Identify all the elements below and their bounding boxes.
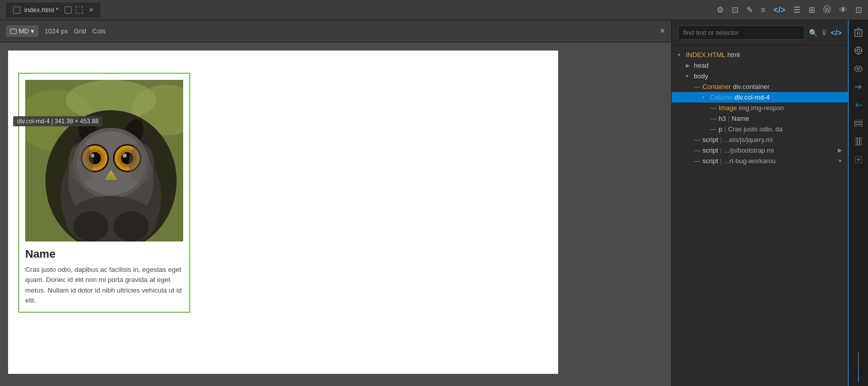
preview-panel: MD ▾ 1024 px Grid Cols × div.col-md-4 | …: [0, 20, 671, 386]
arrow-left-button[interactable]: [850, 97, 866, 113]
close-preview-button[interactable]: ×: [660, 26, 665, 36]
action-bar: [848, 20, 868, 386]
main-layout: MD ▾ 1024 px Grid Cols × div.col-md-4 | …: [0, 20, 868, 386]
pipe-script2: |: [720, 147, 722, 154]
pipe-script3: |: [720, 157, 722, 165]
dom-panel: 🔍 ⊽ </> ▾ INDEX.HTML html ▶ head ▾ bo: [671, 20, 848, 386]
tree-label-tag: html: [726, 51, 740, 59]
svg-point-43: [857, 68, 860, 70]
search-bar: 🔍 ⊽ </>: [672, 20, 848, 45]
tree-label-col-orange: Column: [710, 93, 733, 101]
grid-icon[interactable]: ⊡: [732, 5, 738, 15]
tree-arrow-col: ▾: [702, 94, 710, 100]
tab-layout-icon: [76, 7, 83, 14]
scrollbar-thumb: [858, 372, 859, 382]
tree-item-container[interactable]: — Container div.container: [672, 81, 848, 92]
code-view-icon[interactable]: </>: [774, 6, 785, 15]
viewport-label: MD: [19, 27, 29, 35]
canvas-area: div.col-md-4 | 341.38 × 453.88: [0, 42, 671, 386]
element-tooltip: div.col-md-4 | 341.38 × 453.88: [13, 116, 102, 126]
tab-close-button[interactable]: ×: [89, 6, 93, 15]
tree-label-col-tag: div.col-md-4: [733, 93, 770, 101]
tree-label-h3: h3: [719, 115, 726, 122]
dash-script3: —: [694, 157, 700, 165]
card-column[interactable]: Name Cras justo odio, dapibus ac facilis…: [18, 73, 190, 313]
svg-point-37: [855, 47, 862, 54]
preview-toolbar: MD ▾ 1024 px Grid Cols ×: [0, 20, 671, 42]
tree-label-script3-text: ...rt-bug-workarou: [724, 157, 776, 165]
tree-item-script2[interactable]: — script | .../js/bootstrap.mi ▶: [672, 145, 848, 156]
extend-icon[interactable]: ⊞: [808, 5, 815, 15]
tree-label-orange: INDEX.HTML: [686, 51, 726, 59]
title-bar: index.html * × ⚙ ⊡ ✎ ≡ </> ☰ ⊞ Ⓦ 👁 ⊡: [0, 0, 868, 20]
svg-rect-50: [857, 137, 859, 146]
tree-expand-script3[interactable]: ▾: [839, 158, 842, 164]
dash-script2: —: [694, 147, 700, 154]
svg-rect-46: [854, 120, 862, 122]
svg-point-38: [857, 49, 860, 52]
window-icon[interactable]: ⊡: [855, 5, 862, 15]
grid-rows-button[interactable]: [850, 115, 866, 131]
tree-item-html[interactable]: ▾ INDEX.HTML html: [672, 50, 848, 60]
search-input[interactable]: [678, 25, 805, 40]
layout2-icon[interactable]: ☰: [793, 5, 800, 15]
grid-link[interactable]: Grid: [74, 27, 86, 35]
dom-tree: ▾ INDEX.HTML html ▶ head ▾ body —: [672, 45, 848, 386]
tab-file-icon: [13, 7, 20, 14]
card-image: [25, 80, 183, 242]
tree-label-p: p: [719, 125, 722, 133]
tree-label-image-tag: img.img-respon: [737, 104, 784, 112]
tree-item-body[interactable]: ▾ body: [672, 71, 848, 81]
viewport-size-label: 1024 px: [44, 27, 68, 35]
tree-item-image[interactable]: — Image img.img-respon: [672, 103, 848, 113]
tree-item-head[interactable]: ▶ head: [672, 60, 848, 71]
settings-icon[interactable]: ⚙: [717, 5, 724, 15]
svg-point-27: [68, 143, 93, 183]
canvas-frame: div.col-md-4 | 341.38 × 453.88: [8, 51, 558, 374]
filter-icon[interactable]: ⊽: [822, 29, 827, 37]
tree-arrow-html: ▾: [678, 52, 686, 58]
tab-preview-icon: [65, 7, 72, 14]
tab-index-html[interactable]: index.html * ×: [6, 3, 100, 18]
delete-button[interactable]: [850, 24, 866, 40]
tree-label-container-orange: Container: [702, 83, 731, 90]
dash-script1: —: [694, 136, 700, 143]
tree-label-script2: script: [702, 147, 718, 154]
dash-container: —: [694, 83, 700, 90]
tree-item-h3[interactable]: — h3 | Name: [672, 113, 848, 124]
dash-image: —: [710, 104, 717, 112]
tree-item-script3[interactable]: — script | ...rt-bug-workarou ▾: [672, 156, 848, 166]
wordpress-icon[interactable]: Ⓦ: [823, 5, 831, 15]
code-toggle-icon[interactable]: </>: [831, 28, 842, 37]
viewport-dropdown-icon: ▾: [31, 27, 34, 35]
viewport-selector[interactable]: MD ▾: [6, 25, 38, 37]
svg-rect-32: [855, 30, 862, 36]
grid-cols-button[interactable]: [850, 133, 866, 150]
pipe-p: |: [724, 125, 726, 133]
edit-icon[interactable]: ✎: [746, 5, 753, 15]
arrow-right-button[interactable]: [850, 79, 866, 95]
svg-rect-47: [854, 122, 862, 124]
svg-rect-51: [860, 137, 862, 146]
tree-item-p[interactable]: — p | Cras justo odio, da: [672, 124, 848, 134]
pipe-script1: |: [720, 136, 722, 143]
tree-item-col-md-4[interactable]: ▾ Column div.col-md-4: [672, 92, 848, 103]
card-text: Cras justo odio, dapibus ac facilisis in…: [25, 265, 183, 306]
svg-rect-48: [854, 125, 862, 127]
expand-button[interactable]: [850, 152, 866, 168]
dash-p: —: [710, 125, 717, 133]
tree-expand-script2[interactable]: ▶: [838, 147, 842, 154]
target-button[interactable]: [850, 42, 866, 59]
monitor-icon: [10, 29, 17, 34]
tree-label-script3: script: [702, 157, 718, 165]
tree-label-body: body: [694, 72, 708, 80]
eye-icon[interactable]: 👁: [839, 6, 847, 15]
title-bar-actions: ⚙ ⊡ ✎ ≡ </> ☰ ⊞ Ⓦ 👁 ⊡: [717, 5, 862, 15]
tree-item-script1[interactable]: — script | ...ets/js/jquery.mi: [672, 134, 848, 145]
tree-arrow-body: ▾: [686, 73, 694, 79]
menu-icon[interactable]: ≡: [761, 6, 766, 15]
visibility-button[interactable]: [850, 61, 866, 77]
tree-label-p-text: Cras justo odio, da: [728, 125, 783, 133]
svg-rect-49: [855, 137, 857, 146]
cols-link[interactable]: Cols: [92, 27, 105, 35]
